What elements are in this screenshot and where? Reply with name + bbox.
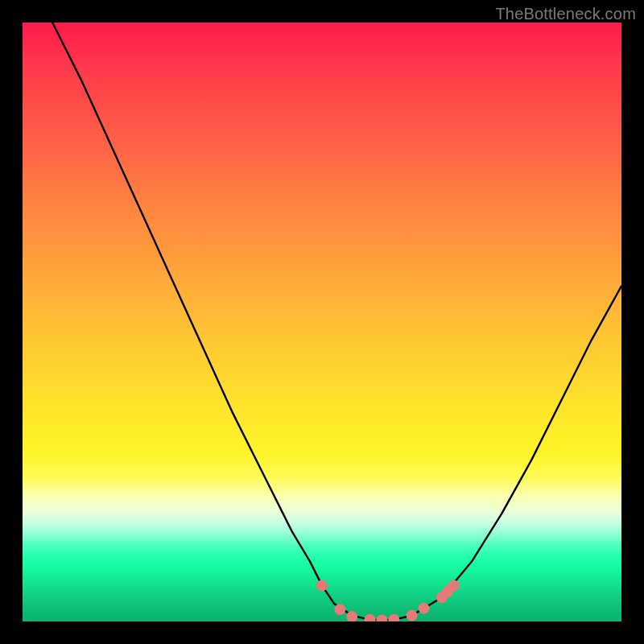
marker-dot	[334, 604, 345, 615]
marker-dot	[388, 614, 399, 621]
bottleneck-curve	[52, 23, 621, 621]
chart-frame: TheBottleneck.com	[0, 0, 644, 644]
marker-dot	[448, 580, 460, 591]
marker-dot	[365, 614, 376, 621]
marker-dot	[419, 603, 430, 614]
plot-area	[23, 23, 621, 621]
marker-dot	[376, 615, 387, 622]
marker-dot	[407, 610, 418, 621]
marker-dots	[316, 580, 460, 621]
marker-dot	[316, 580, 328, 591]
watermark-text: TheBottleneck.com	[495, 5, 636, 23]
curve-layer	[23, 23, 621, 621]
